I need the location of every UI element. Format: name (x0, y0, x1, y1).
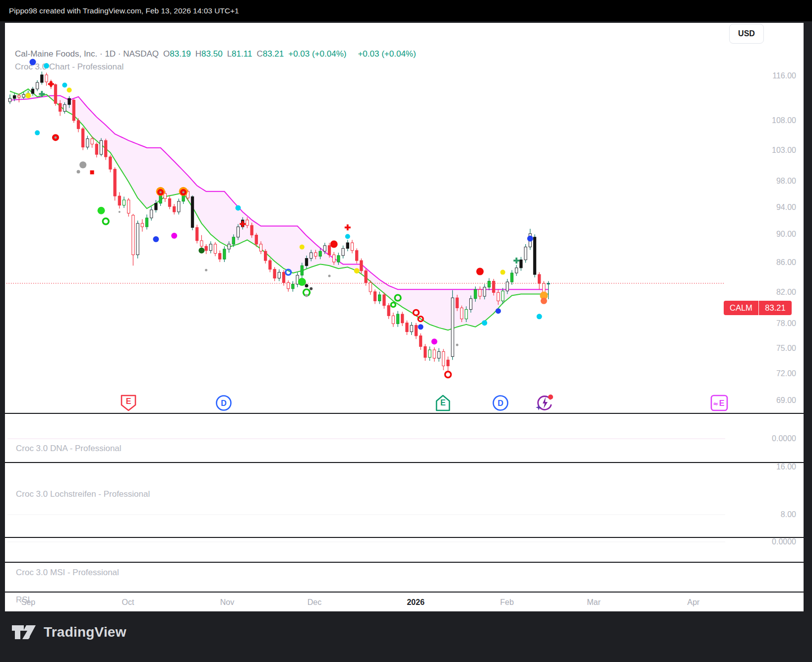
last-price-label: CALM 83.21 (724, 301, 792, 315)
change-value-secondary: +0.03 (+0.04%) (358, 49, 416, 59)
last-price-value: 83.21 (759, 301, 791, 315)
price-axis-label: 98.00 (776, 177, 796, 186)
ohlc-item: C83.21 (256, 49, 284, 59)
ohlc-values: O83.19H83.50L81.11C83.21 (163, 49, 284, 59)
price-axis-label: 75.00 (776, 344, 796, 353)
chart-card: Cal-Maine Foods, Inc. · 1D · NASDAQ O83.… (5, 23, 804, 611)
price-axis-label: 82.00 (776, 288, 796, 297)
time-axis-label-nov: Nov (220, 598, 234, 607)
ohlc-item: H83.50 (195, 49, 223, 59)
ohlc-item: O83.19 (163, 49, 191, 59)
price-axis-label: 78.00 (776, 319, 796, 328)
price-axis-label: 103.00 (772, 146, 796, 155)
time-axis-label-mar: Mar (587, 598, 601, 607)
currency-toggle-button[interactable]: USD (729, 24, 764, 44)
time-axis-label-oct: Oct (122, 598, 134, 607)
indicator-title[interactable]: Croc 3.0 Chart - Professional (15, 62, 124, 72)
price-axis-label: 69.00 (776, 396, 796, 405)
change-value: +0.03 (+0.04%) (288, 49, 346, 59)
last-price-symbol: CALM (724, 301, 758, 315)
price-axis-label: 116.00 (772, 71, 796, 80)
attribution-text: Pippo98 created with TradingView.com, Fe… (9, 6, 239, 15)
indicator-axis-label: 0.0000 (772, 537, 796, 546)
ohlc-item: L81.11 (227, 49, 252, 59)
pane-title-dna: Croc 3.0 DNA - Professional (16, 444, 122, 454)
price-axis-label: 86.00 (776, 258, 796, 267)
price-axis-label: 108.00 (772, 116, 796, 125)
price-axis-label: 72.00 (776, 369, 796, 378)
price-axis-label: 90.00 (776, 230, 796, 239)
pane-title-msi: Croc 3.0 MSI - Professional (16, 568, 119, 578)
tradingview-logo-icon (11, 621, 37, 643)
time-axis-label-dec: Dec (308, 598, 321, 607)
indicator-axis-label: 8.00 (781, 510, 796, 519)
pane-title-lochstreifen: Croc 3.0 Lochstreifen - Professional (16, 489, 150, 499)
price-axis-label: 94.00 (776, 203, 796, 212)
time-axis-label-2026: 2026 (407, 598, 425, 607)
time-axis-label-feb: Feb (500, 598, 514, 607)
tradingview-logo-text: TradingView (44, 624, 126, 640)
indicator-axis-label: 0.0000 (772, 434, 796, 443)
time-axis-label-apr: Apr (687, 598, 700, 607)
attribution-bar: Pippo98 created with TradingView.com, Fe… (0, 0, 812, 21)
indicator-axis-label: 16.00 (776, 463, 796, 471)
chart-legend: Cal-Maine Foods, Inc. · 1D · NASDAQ O83.… (15, 49, 416, 59)
symbol-title[interactable]: Cal-Maine Foods, Inc. · 1D · NASDAQ (15, 49, 159, 59)
tradingview-logo[interactable]: TradingView (11, 621, 126, 643)
time-axis-label-sep: Sep (21, 598, 35, 607)
